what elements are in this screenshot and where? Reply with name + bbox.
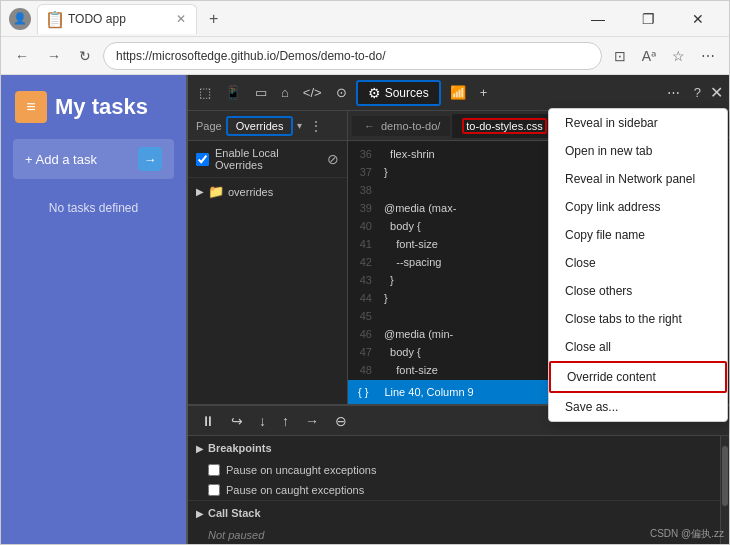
line-number: 43 <box>348 272 384 288</box>
context-menu: Reveal in sidebarOpen in new tabReveal i… <box>548 108 728 422</box>
plus-icon[interactable]: + <box>475 82 493 103</box>
html-icon[interactable]: </> <box>298 82 327 103</box>
bp-arrow-icon: ▶ <box>196 443 204 454</box>
line-number: 37 <box>348 164 384 180</box>
code-tab-demo[interactable]: ← demo-to-do/ <box>352 116 450 136</box>
back-button[interactable]: ← <box>9 44 35 68</box>
forward-button[interactable]: → <box>41 44 67 68</box>
minimize-button[interactable]: — <box>575 4 621 34</box>
folder-arrow-icon: ▶ <box>196 186 204 197</box>
scroll-thumb[interactable] <box>722 446 728 506</box>
breakpoints-panel: ▶ Breakpoints Pause on uncaught exceptio… <box>188 436 721 544</box>
step-into-btn[interactable]: ↓ <box>254 410 271 432</box>
context-menu-item[interactable]: Override content <box>549 361 727 393</box>
close-button[interactable]: ✕ <box>675 4 721 34</box>
tab-close-btn[interactable]: ✕ <box>176 12 186 26</box>
more-button[interactable]: ⋯ <box>695 44 721 68</box>
line-number: 46 <box>348 326 384 342</box>
context-menu-item[interactable]: Close others <box>549 277 727 305</box>
enable-local-overrides-row: Enable Local Overrides ⊘ <box>188 141 347 178</box>
devtools-bottom-panel: ⏸ ↪ ↓ ↑ → ⊖ ▶ Breakpoints <box>188 404 729 544</box>
folder-name-label: overrides <box>228 186 273 198</box>
kebab-menu-icon[interactable]: ⋮ <box>306 118 326 134</box>
device-icon[interactable]: 📱 <box>220 82 246 103</box>
breakpoints-header[interactable]: ▶ Breakpoints <box>188 436 720 460</box>
dt-more-button[interactable]: ⋯ <box>662 82 685 103</box>
snippets-icon[interactable]: ⊙ <box>331 82 352 103</box>
line-number: 40 <box>348 218 384 234</box>
sources-tab[interactable]: ⚙ Sources <box>356 80 441 106</box>
pause-caught-label: Pause on caught exceptions <box>226 484 364 496</box>
todo-title: My tasks <box>55 94 148 120</box>
browser-tab[interactable]: 📋 TODO app ✕ <box>37 4 197 34</box>
pause-caught-checkbox[interactable] <box>208 484 220 496</box>
profile-icon[interactable]: 👤 <box>9 8 31 30</box>
call-stack-header[interactable]: ▶ Call Stack <box>188 500 720 525</box>
restore-button[interactable]: ❐ <box>625 4 671 34</box>
step-btn[interactable]: → <box>300 410 324 432</box>
step-out-btn[interactable]: ↑ <box>277 410 294 432</box>
sources-icon: ⚙ <box>368 85 381 101</box>
todo-app-icon: ≡ <box>15 91 47 123</box>
line-number: 39 <box>348 200 384 216</box>
status-position: Line 40, Column 9 <box>384 386 473 398</box>
sources-tab-label: Sources <box>385 86 429 100</box>
pause-uncaught-checkbox[interactable] <box>208 464 220 476</box>
pause-uncaught-label: Pause on uncaught exceptions <box>226 464 376 476</box>
context-menu-item[interactable]: Copy link address <box>549 193 727 221</box>
context-menu-item[interactable]: Save as... <box>549 393 727 421</box>
home-icon[interactable]: ⌂ <box>276 82 294 103</box>
deactivate-btn[interactable]: ⊖ <box>330 410 352 432</box>
enable-local-checkbox[interactable] <box>196 153 209 166</box>
pause-btn[interactable]: ⏸ <box>196 410 220 432</box>
new-tab-button[interactable]: + <box>203 10 224 28</box>
refresh-button[interactable]: ↻ <box>73 44 97 68</box>
address-input[interactable] <box>103 42 602 70</box>
context-menu-item[interactable]: Reveal in sidebar <box>549 109 727 137</box>
context-menu-item[interactable]: Close tabs to the right <box>549 305 727 333</box>
dt-close-button[interactable]: ✕ <box>710 83 723 102</box>
page-label: Page <box>196 120 222 132</box>
line-number: 48 <box>348 362 384 378</box>
sources-left-header: Page Overrides ▾ ⋮ <box>188 111 347 141</box>
inspect-icon[interactable]: ⬚ <box>194 82 216 103</box>
context-menu-item[interactable]: Copy file name <box>549 221 727 249</box>
line-number: 36 <box>348 146 384 162</box>
favorites-icon[interactable]: ☆ <box>666 44 691 68</box>
address-bar: ← → ↻ ⊡ Aᵃ ☆ ⋯ <box>1 37 729 75</box>
tab-title: TODO app <box>68 12 170 26</box>
code-tab-css-label: to-do-styles.css <box>462 118 546 134</box>
overrides-folder[interactable]: ▶ 📁 overrides <box>188 178 347 205</box>
todo-header: ≡ My tasks <box>1 75 186 133</box>
title-bar-controls: — ❐ ✕ <box>575 4 721 34</box>
context-menu-item[interactable]: Close <box>549 249 727 277</box>
tab-favicon: 📋 <box>48 12 62 26</box>
context-menu-item[interactable]: Close all <box>549 333 727 361</box>
devtools-toolbar: ⬚ 📱 ▭ ⌂ </> ⊙ ⚙ Sources 📶 + ⋯ ? ✕ <box>188 75 729 111</box>
add-task-button[interactable]: + Add a task → <box>13 139 174 179</box>
wifi-icon[interactable]: 📶 <box>445 82 471 103</box>
collections-icon[interactable]: ⊡ <box>608 44 632 68</box>
clear-overrides-icon[interactable]: ⊘ <box>327 151 339 167</box>
sources-left-panel: Page Overrides ▾ ⋮ Enable Local Override… <box>188 111 348 404</box>
overrides-tab[interactable]: Overrides <box>226 116 294 136</box>
line-number: 45 <box>348 308 384 324</box>
context-menu-item[interactable]: Open in new tab <box>549 137 727 165</box>
line-number: 47 <box>348 344 384 360</box>
dropdown-arrow-icon[interactable]: ▾ <box>297 120 302 131</box>
line-number: 41 <box>348 236 384 252</box>
breakpoint-uncaught-row: Pause on uncaught exceptions <box>188 460 720 480</box>
line-number: 42 <box>348 254 384 270</box>
breakpoint-caught-row: Pause on caught exceptions <box>188 480 720 500</box>
step-over-btn[interactable]: ↪ <box>226 410 248 432</box>
dt-help-button[interactable]: ? <box>689 82 706 103</box>
elements-icon[interactable]: ▭ <box>250 82 272 103</box>
add-task-arrow-icon: → <box>138 147 162 171</box>
read-aloud-icon[interactable]: Aᵃ <box>636 44 662 68</box>
not-paused-label: Not paused <box>188 525 720 544</box>
watermark: CSDN @偏执.zz <box>650 527 724 541</box>
main-content: ≡ My tasks + Add a task → No tasks defin… <box>1 75 729 544</box>
code-tab-demo-label: demo-to-do/ <box>381 120 440 132</box>
title-bar-left: 👤 📋 TODO app ✕ + <box>9 4 224 34</box>
context-menu-item[interactable]: Reveal in Network panel <box>549 165 727 193</box>
